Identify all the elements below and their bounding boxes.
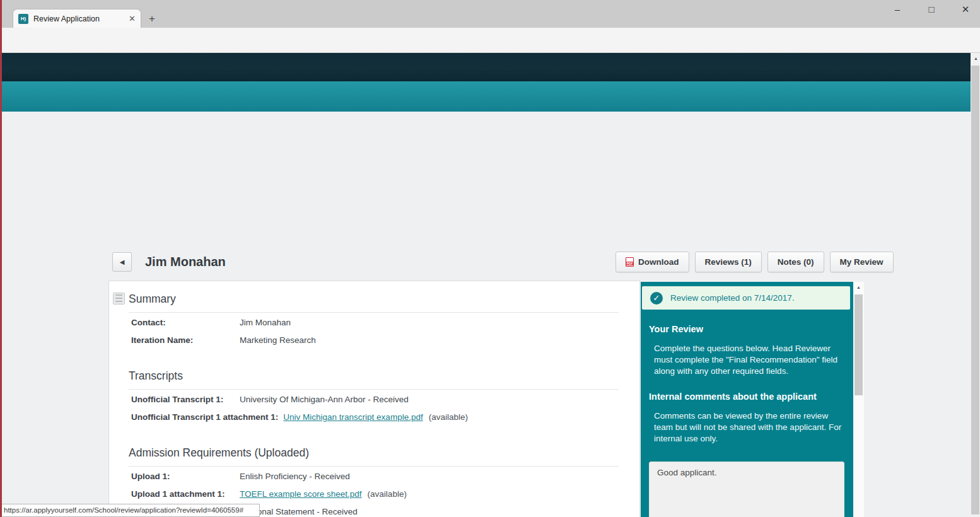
internal-comments-heading: Internal comments about the applicant: [649, 392, 853, 402]
minimize-button[interactable]: –: [889, 4, 906, 15]
pdf-icon: [626, 257, 634, 267]
panel-scrollbar-thumb[interactable]: [855, 294, 863, 395]
tab-close-icon[interactable]: ✕: [129, 14, 136, 23]
section-heading-summary: Summary: [129, 293, 619, 313]
page-content: ◀ Jim Monahan Download Reviews (1) Notes…: [0, 112, 980, 517]
scroll-up-icon[interactable]: ▲: [853, 282, 864, 293]
action-buttons: Download Reviews (1) Notes (0) My Review: [615, 252, 894, 272]
download-button[interactable]: Download: [615, 252, 689, 272]
section-heading-admission: Admission Requirements (Uploaded): [129, 446, 619, 467]
close-button[interactable]: ✕: [957, 4, 974, 15]
notes-button[interactable]: Notes (0): [767, 252, 824, 272]
section-heading-transcripts: Transcripts: [129, 369, 619, 390]
new-tab-button[interactable]: +: [149, 13, 155, 25]
window-titlebar: H) Review Application ✕ + – □ ✕: [0, 0, 980, 28]
browser-tab[interactable]: H) Review Application ✕: [13, 9, 141, 28]
app-header: HOBSONS> AppReview REVIEW 3 ?: [0, 53, 980, 81]
check-circle-icon: ✓: [650, 292, 663, 305]
review-completed-text: Review completed on 7/14/2017.: [670, 293, 795, 303]
page-scrollbar-thumb[interactable]: [971, 66, 979, 514]
field-row-upload1: Upload 1:Enlish Proficiency - Received: [131, 472, 639, 489]
internal-comments-textarea[interactable]: Good applicant.: [649, 462, 844, 517]
review-panel: ✓ Review completed on 7/14/2017. Your Re…: [641, 282, 864, 517]
sub-nav-bar: Inbox: [0, 81, 980, 112]
page-scrollbar[interactable]: ▲: [971, 53, 980, 517]
window-left-edge: [0, 0, 2, 517]
field-row-iteration: Iteration Name:Marketing Research: [131, 335, 639, 353]
tab-title: Review Application: [33, 15, 125, 23]
previous-applicant-button[interactable]: ◀: [112, 252, 132, 272]
your-review-heading: Your Review: [649, 324, 853, 334]
internal-comments-instructions: Comments can be viewed by the entire rev…: [654, 410, 843, 444]
browser-toolbar: ← ⓘ https://ar.applyyourself.com/School/…: [0, 28, 980, 53]
upload1-attachment-link[interactable]: TOEFL example score sheet.pdf: [240, 489, 362, 499]
summary-list-icon: [113, 293, 125, 305]
my-review-button[interactable]: My Review: [830, 252, 894, 272]
review-completed-banner: ✓ Review completed on 7/14/2017.: [642, 286, 850, 310]
transcript-attachment-link[interactable]: Univ Michigan transcript example.pdf: [283, 412, 423, 422]
field-row-transcript1-attachment: Unofficial Transcript 1 attachment 1:Uni…: [131, 412, 639, 430]
application-card: Summary Contact:Jim Monahan Iteration Na…: [108, 281, 640, 517]
field-row-contact: Contact:Jim Monahan: [131, 318, 639, 335]
status-bar: https://ar.applyyourself.com/School/revi…: [0, 504, 260, 517]
reviews-button[interactable]: Reviews (1): [695, 252, 762, 272]
site-favicon: H): [18, 14, 28, 24]
panel-scrollbar[interactable]: ▲ ▼: [853, 282, 864, 517]
applicant-name-title: Jim Monahan: [145, 255, 226, 269]
field-row-transcript1: Unofficial Transcript 1:University Of Mi…: [131, 395, 639, 412]
page-scroll-up-icon[interactable]: ▲: [971, 53, 980, 64]
your-review-instructions: Complete the questions below. Head Revie…: [654, 343, 843, 377]
maximize-button[interactable]: □: [923, 4, 940, 15]
